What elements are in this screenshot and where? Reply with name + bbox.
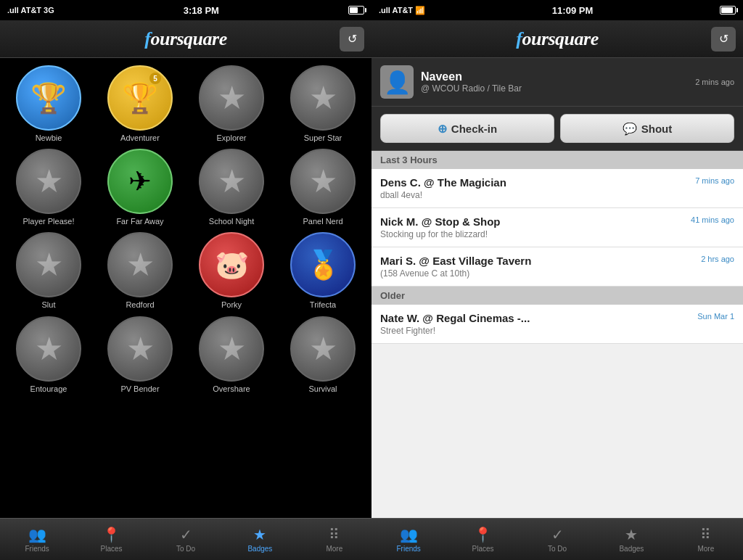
badge-pv-bender[interactable]: ★ PV Bender <box>97 316 183 394</box>
activity-top-nick: Nick M. @ Stop & Shop 41 mins ago <box>380 215 734 228</box>
badge-star-pv-bender: ★ <box>126 333 155 365</box>
activity-top-dens: Dens C. @ The Magician 7 mins ago <box>380 176 734 189</box>
checkin-button[interactable]: ⊕ Check-in <box>380 114 554 143</box>
refresh-button-left[interactable]: ↺ <box>340 27 364 52</box>
badge-player-please[interactable]: ★ Player Please! <box>6 149 91 226</box>
badge-circle-explorer: ★ <box>199 65 264 131</box>
activity-sub-nick: Stocking up for the blizzard! <box>380 229 734 239</box>
badge-entourage[interactable]: ★ Entourage <box>6 316 91 394</box>
user-bar: 👤 Naveen @ WCOU Radio / Tile Bar 2 mins … <box>372 58 743 107</box>
avatar: 👤 <box>380 65 414 99</box>
activity-time-nick: 41 mins ago <box>691 215 734 224</box>
badge-circle-panel-nerd: ★ <box>290 149 356 214</box>
badges-icon-left: ★ <box>253 526 266 543</box>
tab-friends-left[interactable]: 👥 Friends <box>0 519 74 560</box>
tab-friends-right[interactable]: 👥 Friends <box>372 519 446 560</box>
badge-circle-adventurer: 🏆 5 <box>107 65 173 131</box>
tab-bar-right: 👥 Friends 📍 Places ✓ To Do ★ Badges ⠿ Mo… <box>372 518 743 560</box>
tab-places-left[interactable]: 📍 Places <box>74 519 148 560</box>
badge-overshare[interactable]: ★ Overshare <box>189 316 274 394</box>
tab-badges-right[interactable]: ★ Badges <box>594 519 668 560</box>
badge-star-slut: ★ <box>35 249 63 281</box>
todo-icon-left: ✓ <box>180 526 192 543</box>
badge-circle-school-night: ★ <box>199 149 264 214</box>
tab-label-more-left: More <box>326 545 342 553</box>
activity-item-nick[interactable]: Nick M. @ Stop & Shop 41 mins ago Stocki… <box>372 208 743 247</box>
battery-left <box>348 6 364 15</box>
tab-todo-right[interactable]: ✓ To Do <box>520 519 594 560</box>
tab-label-friends-left: Friends <box>25 545 49 553</box>
badge-circle-super-star: ★ <box>290 65 356 131</box>
activity-name-nick: Nick M. @ Stop & Shop <box>380 215 500 228</box>
badge-star-school-night: ★ <box>218 165 246 197</box>
badge-circle-player-please: ★ <box>16 149 81 214</box>
badge-label-super-star: Super Star <box>304 133 342 143</box>
badge-label-school-night: School Night <box>209 217 254 226</box>
badge-trifecta[interactable]: 🏅 Trifecta <box>280 232 366 310</box>
section-last-3-hours: Last 3 Hours <box>372 151 743 169</box>
badge-circle-pv-bender: ★ <box>107 316 173 382</box>
places-icon-right: 📍 <box>474 526 492 543</box>
badge-label-adventurer: Adventurer <box>120 133 160 143</box>
activity-name-nate: Nate W. @ Regal Cinemas -... <box>380 312 530 324</box>
badges-grid: 🏆 Newbie 🏆 5 Adventurer ★ Explorer <box>6 65 366 394</box>
tab-label-todo-right: To Do <box>548 545 567 553</box>
badge-school-night[interactable]: ★ School Night <box>189 149 274 226</box>
badge-panel-nerd[interactable]: ★ Panel Nerd <box>280 149 366 226</box>
badge-number-adventurer: 5 <box>149 73 161 84</box>
activity-top-mari: Mari S. @ East Village Tavern 2 hrs ago <box>380 255 734 267</box>
badge-explorer[interactable]: ★ Explorer <box>189 65 274 143</box>
shout-icon: 💬 <box>623 122 637 136</box>
badge-survival[interactable]: ★ Survival <box>280 316 366 394</box>
battery-right <box>720 6 736 15</box>
badge-star-explorer: ★ <box>218 82 246 114</box>
tab-bar-left: 👥 Friends 📍 Places ✓ To Do ★ Badges ⠿ Mo… <box>0 518 372 560</box>
badge-circle-redford: ★ <box>107 232 173 297</box>
badge-far-far-away[interactable]: ✈ Far Far Away <box>97 149 183 226</box>
checkin-label: Check-in <box>451 123 497 135</box>
badge-redford[interactable]: ★ Redford <box>97 232 183 310</box>
tab-label-places-left: Places <box>101 545 123 553</box>
badge-star-survival: ★ <box>309 333 337 365</box>
badge-label-far-far-away: Far Far Away <box>116 217 163 226</box>
badge-star-entourage: ★ <box>35 333 63 365</box>
pig-icon: 🐷 <box>215 251 249 279</box>
badge-star-overshare: ★ <box>218 333 246 365</box>
badge-super-star[interactable]: ★ Super Star <box>280 65 366 143</box>
badge-circle-overshare: ★ <box>199 316 264 382</box>
badge-star-panel-nerd: ★ <box>309 165 337 197</box>
todo-icon-right: ✓ <box>551 526 564 543</box>
places-icon-left: 📍 <box>102 526 120 543</box>
carrier-left: .ull AT&T 3G <box>7 6 54 15</box>
tab-places-right[interactable]: 📍 Places <box>446 519 520 560</box>
action-buttons: ⊕ Check-in 💬 Shout <box>372 107 743 151</box>
activity-item-nate[interactable]: Nate W. @ Regal Cinemas -... Sun Mar 1 S… <box>372 305 743 344</box>
activity-top-nate: Nate W. @ Regal Cinemas -... Sun Mar 1 <box>380 312 734 324</box>
badge-newbie[interactable]: 🏆 Newbie <box>6 65 91 143</box>
tab-more-right[interactable]: ⠿ More <box>669 519 743 560</box>
activity-item-dens[interactable]: Dens C. @ The Magician 7 mins ago dball … <box>372 169 743 208</box>
tab-more-left[interactable]: ⠿ More <box>297 519 372 560</box>
badge-label-player-please: Player Please! <box>23 217 75 226</box>
tab-badges-left[interactable]: ★ Badges <box>223 519 297 560</box>
section-older: Older <box>372 287 743 305</box>
medal-icon: 🏅 <box>306 251 340 279</box>
badge-star-player-please: ★ <box>35 165 63 197</box>
tab-label-places-right: Places <box>472 545 494 553</box>
badge-slut[interactable]: ★ Slut <box>6 232 91 310</box>
shout-button[interactable]: 💬 Shout <box>560 114 734 143</box>
badges-icon-right: ★ <box>625 526 638 543</box>
activity-time-nate: Sun Mar 1 <box>697 312 734 321</box>
header-right: foursquare ↺ <box>372 20 743 58</box>
badge-adventurer[interactable]: 🏆 5 Adventurer <box>97 65 183 143</box>
badge-porky[interactable]: 🐷 Porky <box>189 232 274 310</box>
activity-item-mari[interactable]: Mari S. @ East Village Tavern 2 hrs ago … <box>372 247 743 287</box>
activity-sub-nate: Street Fighter! <box>380 326 734 336</box>
tab-todo-left[interactable]: ✓ To Do <box>149 519 223 560</box>
badge-star-super-star: ★ <box>309 82 337 114</box>
refresh-button-right[interactable]: ↺ <box>711 27 736 52</box>
plane-icon: ✈ <box>128 168 152 195</box>
badge-circle-entourage: ★ <box>16 316 81 382</box>
badge-label-panel-nerd: Panel Nerd <box>303 217 342 226</box>
badge-circle-porky: 🐷 <box>199 232 264 297</box>
